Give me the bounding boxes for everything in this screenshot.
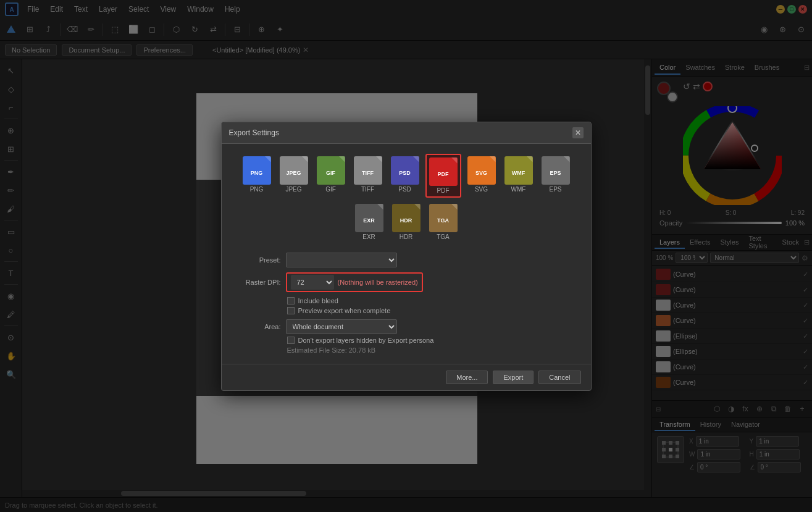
dont-export-checkbox[interactable]: [287, 337, 295, 344]
filesize-text: Estimated File Size: 20.78 kB: [287, 346, 376, 354]
format-svg[interactable]: SVG SVG: [465, 154, 498, 198]
preset-select[interactable]: [286, 253, 397, 267]
format-pdf[interactable]: PDF PDF: [425, 154, 461, 198]
format-jpeg[interactable]: JPEG JPEG: [277, 154, 311, 198]
more-button[interactable]: More...: [446, 371, 488, 384]
raster-dpi-highlight: 72 96 144 300 (Nothing will be rasterize…: [286, 272, 423, 292]
format-exr[interactable]: EXR EXR: [353, 201, 386, 243]
format-row: PNG PNG JPEG JPEG GIF GIF TIFF TIFF PSD: [232, 154, 581, 243]
dont-export-row: Don't export layers hidden by Export per…: [287, 337, 581, 344]
dont-export-label: Don't export layers hidden by Export per…: [298, 337, 434, 344]
cancel-button[interactable]: Cancel: [538, 371, 580, 384]
area-label: Area:: [232, 323, 281, 330]
preset-row: Preset:: [232, 253, 581, 267]
filesize-row: Estimated File Size: 20.78 kB: [287, 346, 581, 354]
raster-dpi-select[interactable]: 72 96 144 300: [291, 275, 334, 290]
raster-dpi-row: Raster DPI: 72 96 144 300 (Nothing will …: [232, 272, 581, 292]
include-bleed-label: Include bleed: [298, 297, 338, 304]
format-tiff[interactable]: TIFF TIFF: [351, 154, 385, 198]
export-settings-dialog: Export Settings ✕ PNG PNG JPEG JPEG GIF …: [221, 122, 592, 391]
include-bleed-checkbox[interactable]: [287, 297, 295, 304]
preview-export-checkbox[interactable]: [287, 307, 295, 314]
format-hdr[interactable]: HDR HDR: [390, 201, 423, 243]
preview-export-label: Preview export when complete: [298, 307, 391, 314]
format-png[interactable]: PNG PNG: [240, 154, 274, 198]
dialog-titlebar: Export Settings ✕: [222, 122, 591, 144]
dialog-overlay[interactable]: Export Settings ✕ PNG PNG JPEG JPEG GIF …: [0, 0, 812, 512]
format-wmf[interactable]: WMF WMF: [502, 154, 535, 198]
format-gif[interactable]: GIF GIF: [314, 154, 348, 198]
preview-export-row: Preview export when complete: [287, 307, 581, 314]
dialog-body: PNG PNG JPEG JPEG GIF GIF TIFF TIFF PSD: [222, 144, 591, 364]
area-select[interactable]: Whole document: [286, 319, 397, 334]
dialog-title-text: Export Settings: [229, 128, 279, 137]
dialog-footer: More... Export Cancel: [222, 364, 591, 390]
format-eps[interactable]: EPS EPS: [539, 154, 572, 198]
format-psd[interactable]: PSD PSD: [388, 154, 422, 198]
dialog-close-button[interactable]: ✕: [572, 127, 584, 138]
include-bleed-row: Include bleed: [287, 297, 581, 304]
export-button[interactable]: Export: [493, 371, 534, 384]
raster-dpi-label: Raster DPI:: [232, 279, 281, 286]
raster-note: (Nothing will be rasterized): [338, 279, 418, 286]
area-row: Area: Whole document: [232, 319, 581, 334]
preset-label: Preset:: [232, 256, 281, 264]
format-tga[interactable]: TGA TGA: [427, 201, 460, 243]
